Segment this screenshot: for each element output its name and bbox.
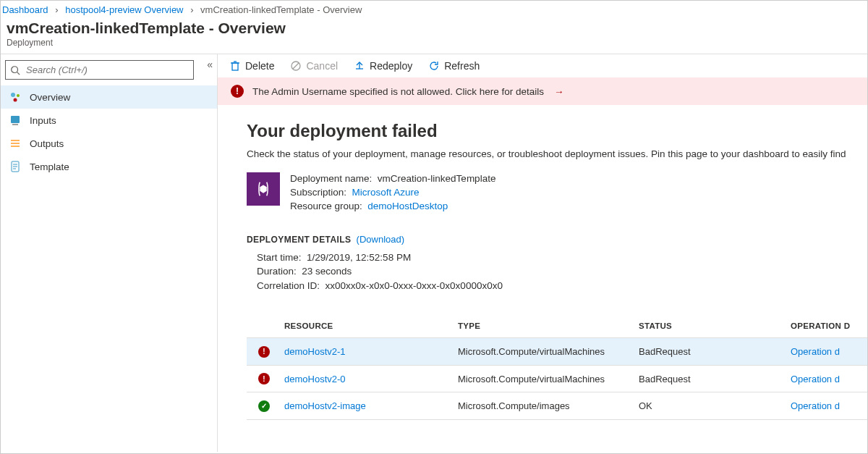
cancel-label: Cancel — [306, 60, 338, 72]
cancel-button: Cancel — [290, 60, 338, 72]
status-title: Your deployment failed — [247, 121, 867, 141]
page-title: vmCreation-linkedTemplate - Overview — [7, 20, 861, 37]
delete-icon — [229, 60, 241, 72]
resources-table: RESOURCE TYPE STATUS OPERATION D !demoHo… — [247, 314, 867, 420]
details-section-title: DEPLOYMENT DETAILS — [247, 235, 351, 245]
error-icon: ! — [258, 346, 270, 358]
status-description: Check the status of your deployment, man… — [247, 148, 867, 159]
resource-link[interactable]: demoHostv2-image — [284, 400, 366, 411]
resource-type: Microsoft.Compute/virtualMachines — [452, 365, 633, 392]
sidebar-item-label: Outputs — [30, 138, 64, 149]
error-icon: ! — [231, 85, 244, 98]
sidebar-item-label: Overview — [30, 92, 70, 103]
table-row[interactable]: ✓demoHostv2-imageMicrosoft.Compute/image… — [247, 392, 867, 420]
resource-type: Microsoft.Compute/images — [452, 392, 633, 420]
svg-marker-19 — [260, 185, 266, 193]
sidebar-item-inputs[interactable]: Inputs — [1, 109, 217, 132]
resource-link[interactable]: demoHostv2-0 — [284, 374, 346, 384]
search-icon — [10, 65, 20, 75]
svg-point-3 — [17, 94, 20, 97]
resource-type: Microsoft.Compute/virtualMachines — [452, 338, 633, 366]
arrow-right-icon: → — [554, 86, 564, 97]
col-operation[interactable]: OPERATION D — [785, 314, 867, 338]
search-input[interactable] — [5, 60, 194, 80]
start-time-value: 1/29/2019, 12:52:58 PM — [307, 252, 411, 263]
page-subtitle: Deployment — [7, 38, 861, 48]
collapse-sidebar-button[interactable]: « — [207, 59, 213, 70]
subscription-label: Subscription: — [290, 187, 346, 198]
breadcrumb-separator: › — [55, 4, 58, 15]
success-icon: ✓ — [258, 400, 270, 412]
error-banner-text: The Admin Username specified is not allo… — [252, 86, 544, 97]
delete-button[interactable]: Delete — [229, 60, 274, 72]
correlation-id-label: Correlation ID: — [257, 280, 320, 291]
svg-point-0 — [12, 66, 18, 72]
sidebar-item-overview[interactable]: Overview — [1, 85, 217, 109]
operation-link[interactable]: Operation d — [791, 346, 840, 357]
refresh-button[interactable]: Refresh — [428, 60, 480, 72]
breadcrumb-link[interactable]: hostpool4-preview Overview — [65, 4, 183, 15]
redeploy-button[interactable]: Redeploy — [354, 60, 412, 72]
inputs-icon — [9, 114, 21, 126]
download-link[interactable]: (Download) — [357, 234, 404, 245]
col-status[interactable]: STATUS — [633, 314, 785, 338]
outputs-icon — [9, 138, 21, 149]
resource-status: BadRequest — [633, 365, 785, 392]
overview-icon — [9, 91, 21, 103]
sidebar: « OverviewInputsOutputsTemplate — [1, 54, 218, 452]
resource-status: OK — [633, 392, 785, 420]
sidebar-item-template[interactable]: Template — [1, 155, 217, 178]
resource-status: BadRequest — [633, 338, 785, 366]
sidebar-item-label: Template — [30, 161, 69, 172]
breadcrumb-separator: › — [190, 4, 193, 15]
subscription-link[interactable]: Microsoft Azure — [352, 187, 420, 198]
start-time-label: Start time: — [257, 252, 302, 263]
svg-rect-6 — [12, 124, 18, 125]
cancel-icon — [290, 60, 302, 72]
sidebar-item-outputs[interactable]: Outputs — [1, 132, 217, 155]
deployment-icon — [247, 172, 280, 206]
rg-link[interactable]: demoHostDesktop — [367, 201, 448, 211]
refresh-label: Refresh — [444, 60, 480, 72]
toolbar: Delete Cancel Redeploy Refresh — [218, 54, 867, 77]
dep-name-label: Deployment name: — [290, 173, 372, 184]
operation-link[interactable]: Operation d — [791, 400, 840, 411]
error-icon: ! — [258, 373, 270, 384]
duration-value: 23 seconds — [302, 266, 352, 277]
col-resource[interactable]: RESOURCE — [278, 314, 452, 338]
svg-rect-14 — [232, 63, 238, 70]
table-row[interactable]: !demoHostv2-0Microsoft.Compute/virtualMa… — [247, 365, 867, 392]
correlation-id-value: xx00xx0x-x0x0-0xxx-0xxx-0x0x0000x0x0 — [326, 280, 503, 291]
redeploy-icon — [354, 60, 365, 72]
breadcrumb-current: vmCreation-linkedTemplate - Overview — [200, 4, 362, 15]
breadcrumb: Dashboard › hostpool4-preview Overview ›… — [1, 1, 867, 17]
refresh-icon — [428, 60, 440, 72]
page-header: vmCreation-linkedTemplate - Overview Dep… — [1, 17, 867, 54]
delete-label: Delete — [245, 60, 274, 72]
main-content: Delete Cancel Redeploy Refresh — [218, 54, 867, 452]
svg-line-18 — [293, 63, 299, 69]
breadcrumb-link[interactable]: Dashboard — [2, 4, 48, 15]
error-banner[interactable]: ! The Admin Username specified is not al… — [218, 77, 867, 105]
operation-link[interactable]: Operation d — [791, 374, 840, 384]
svg-line-1 — [17, 72, 20, 75]
svg-rect-5 — [11, 116, 20, 123]
resource-link[interactable]: demoHostv2-1 — [284, 346, 346, 357]
table-row[interactable]: !demoHostv2-1Microsoft.Compute/virtualMa… — [247, 338, 867, 366]
template-icon — [9, 161, 21, 172]
sidebar-item-label: Inputs — [30, 115, 56, 126]
svg-point-4 — [14, 98, 17, 102]
col-type[interactable]: TYPE — [452, 314, 633, 338]
dep-name-value: vmCreation-linkedTemplate — [378, 173, 496, 184]
svg-point-2 — [11, 93, 15, 97]
redeploy-label: Redeploy — [370, 60, 412, 72]
duration-label: Duration: — [257, 266, 297, 277]
rg-label: Resource group: — [290, 201, 362, 211]
